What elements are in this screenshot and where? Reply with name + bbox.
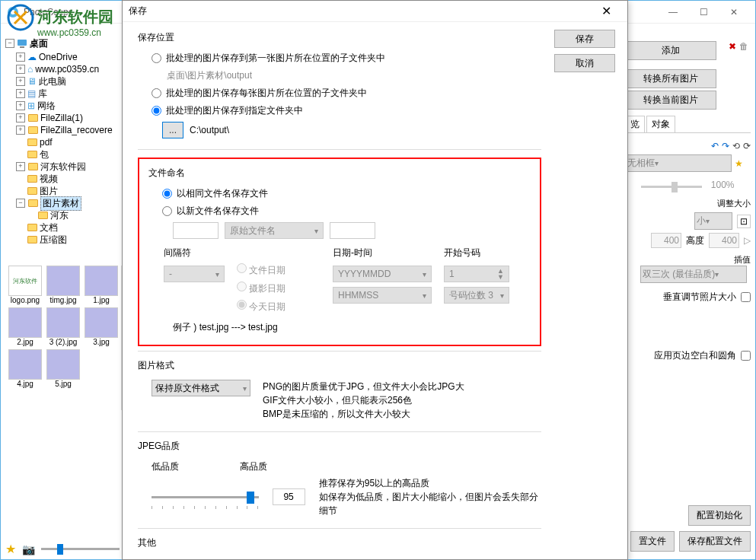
tree-item[interactable]: 河东软件园 [40,161,86,173]
tree-expand-icon[interactable]: + [16,113,25,123]
tree-expand-icon[interactable]: + [16,126,25,135]
thumbnail[interactable]: 河东软件 [8,266,42,296]
separator-select[interactable]: -▾ [164,266,225,282]
date-format-select[interactable]: YYYYMMDD▾ [333,266,432,282]
start-number-label: 开始号码 [444,247,520,259]
separator-label: 间隔符 [164,247,225,259]
tree-collapse-icon[interactable]: − [16,199,25,208]
thumbnail[interactable] [8,307,42,338]
height-input[interactable] [709,233,739,248]
original-name-select[interactable]: 原始文件名▾ [225,222,324,239]
undo-icon[interactable]: ↶ [711,141,719,151]
start-number-input[interactable]: 1▲▼ [444,266,509,282]
thumbnail[interactable] [85,266,118,296]
tab-object[interactable]: 对象 [646,116,675,132]
radio-file-date[interactable]: 文件日期 [237,263,321,277]
vert-adjust-checkbox[interactable] [741,292,751,302]
radio-loc-each[interactable] [152,88,161,98]
config-init-button[interactable]: 配置初始化 [688,505,751,526]
radio-shot-date[interactable]: 摄影日期 [237,282,321,295]
tree-item[interactable]: www.pc0359.cn [35,64,99,75]
radio-loc-first[interactable] [152,53,161,63]
radio-name-same[interactable] [162,189,172,199]
interp-select[interactable]: 双三次 (最佳品质)▾ [640,266,747,283]
time-format-select[interactable]: HHMMSS▾ [333,287,432,304]
tree-item[interactable]: 压缩图 [40,234,67,247]
star-icon[interactable]: ★ [735,158,743,169]
chevron-down-icon: ▾ [706,217,710,225]
tree-expand-icon[interactable]: + [16,65,25,74]
radio-loc-custom[interactable] [152,106,161,116]
delete-icon[interactable]: ✖ [729,41,736,52]
jpeg-quality-value[interactable]: 95 [273,488,305,505]
window-maximize[interactable]: ☐ [688,2,719,23]
tree-item[interactable]: 此电脑 [39,75,66,88]
prefix-input[interactable] [173,222,219,239]
tree-item[interactable]: 网络 [37,100,56,113]
tree-item[interactable]: 视频 [40,173,58,186]
digits-select[interactable]: 号码位数 3▾ [444,287,509,304]
window-minimize[interactable]: — [658,2,688,23]
trash-icon[interactable]: 🗑 [739,41,748,52]
width-input[interactable] [651,233,681,248]
tree-expand-icon[interactable]: + [16,77,25,86]
rotate-icon[interactable]: ⟳ [743,141,751,151]
frame-select[interactable]: 无相框▾ [625,154,732,172]
dialog-close-button[interactable]: ✕ [591,2,621,21]
tree-item[interactable]: 河东 [50,209,69,222]
convert-current-button[interactable]: 转换当前图片 [625,91,716,110]
thumbnail[interactable] [85,307,118,338]
chevron-down-icon: ▾ [655,159,659,167]
radio-name-new[interactable] [162,206,172,216]
tree-item[interactable]: OneDrive [39,52,78,62]
other-header: 其他 [138,536,541,549]
tree-root[interactable]: 桌面 [30,37,48,50]
tree-expand-icon[interactable]: + [16,101,25,110]
thumbnail[interactable] [8,349,42,380]
add-button[interactable]: 添加 [625,41,716,60]
thumbnail[interactable] [46,349,80,380]
camera-icon[interactable]: 📷 [22,543,35,555]
convert-all-button[interactable]: 转换所有图片 [625,69,716,88]
suffix-input[interactable] [330,222,375,239]
radio-label: 批处理的图片保存到第一张图片所在位置的子文件夹中 [166,52,385,65]
chevron-down-icon: ▾ [423,291,426,300]
tree-item[interactable]: 包 [40,148,49,161]
tree-expand-icon[interactable]: + [16,89,25,98]
rotate-icon[interactable]: ⟲ [732,141,740,151]
radio-today-date[interactable]: 今天日期 [237,300,321,313]
margin-checkbox[interactable] [741,351,751,361]
tree-collapse-icon[interactable]: − [5,39,14,48]
margin-label: 应用页边空白和圆角 [654,349,736,362]
save-config-button[interactable]: 保存配置文件 [679,531,751,552]
thumbnail[interactable] [46,266,80,296]
browse-button[interactable]: ... [162,122,183,138]
tree-item[interactable]: 文档 [40,221,58,234]
zoom-slider-mini[interactable] [41,548,120,550]
tree-expand-icon[interactable]: + [16,52,25,62]
tree-item[interactable]: 库 [38,88,47,100]
slider-thumb[interactable] [247,492,254,504]
tree-item[interactable]: FileZilla(1) [40,113,83,123]
redo-icon[interactable]: ↷ [722,141,729,151]
thumb-label: timg.jpg [46,296,80,304]
format-select[interactable]: 保持原文件格式▾ [152,380,250,396]
tree-expand-icon[interactable]: + [16,162,25,171]
size-preset-select[interactable]: 小▾ [694,212,732,230]
config-file-button[interactable]: 置文件 [630,531,675,552]
chevron-down-icon: ▾ [215,270,219,278]
tree-item[interactable]: pdf [40,137,53,148]
folder-tree[interactable]: −桌面 +☁OneDrive +⌂www.pc0359.cn +🖥此电脑 +▤库… [5,37,121,258]
tree-item[interactable]: FileZilla_recovere [40,125,113,135]
jpeg-quality-slider[interactable] [152,488,259,506]
thumb-label: logo.png [8,296,42,304]
chevron-down-icon: ▾ [243,384,247,393]
thumbnail[interactable] [46,307,80,338]
divider [138,431,541,432]
star-icon[interactable]: ★ [5,542,16,556]
low-quality-label: 低品质 [152,460,179,473]
window-close[interactable]: ✕ [719,2,749,23]
play-icon[interactable]: ▷ [744,235,751,246]
chevron-down-icon: ▾ [715,270,719,278]
link-icon[interactable]: ⊡ [737,215,751,228]
